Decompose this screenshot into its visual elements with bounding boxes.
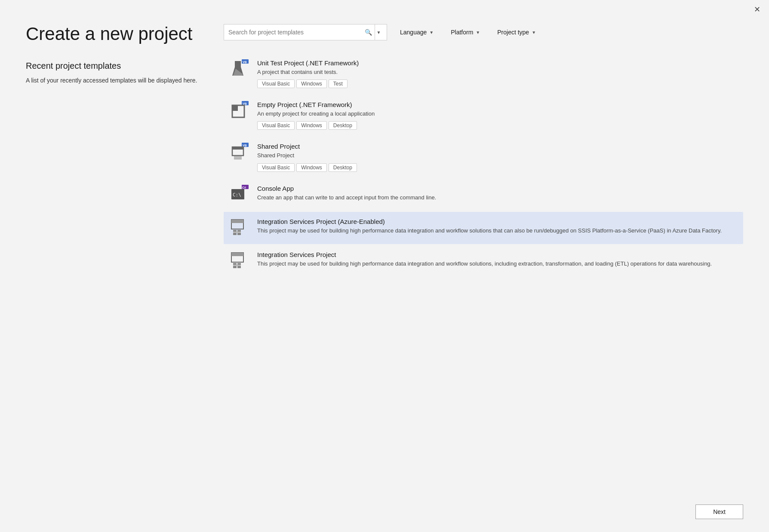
platform-arrow-icon: ▼: [476, 30, 480, 35]
svg-text:VB: VB: [243, 61, 247, 64]
template-tags: Visual Basic Windows Desktop: [257, 121, 736, 130]
tag: Visual Basic: [257, 121, 295, 130]
tag: Test: [329, 79, 348, 88]
svg-rect-12: [234, 156, 242, 158]
template-desc: This project may be used for building hi…: [257, 260, 736, 268]
language-filter-button[interactable]: Language ▼: [396, 26, 438, 38]
template-item-selected[interactable]: Integration Services Project (Azure-Enab…: [224, 212, 743, 244]
template-item[interactable]: VB Empty Project (.NET Framework) An emp…: [224, 95, 743, 136]
template-list: VB Unit Test Project (.NET Framework) A …: [224, 53, 743, 496]
template-icon-integration-services: [231, 251, 249, 270]
template-name: Integration Services Project: [257, 251, 736, 258]
recent-templates-desc: A list of your recently accessed templat…: [26, 76, 206, 85]
tag: Windows: [296, 163, 327, 172]
template-desc: Shared Project: [257, 152, 736, 159]
template-tags: Visual Basic Windows Desktop: [257, 163, 736, 172]
template-info: Shared Project Shared Project Visual Bas…: [257, 143, 736, 171]
template-name: Shared Project: [257, 143, 736, 150]
template-info: Integration Services Project This projec…: [257, 251, 736, 271]
template-item[interactable]: VB Unit Test Project (.NET Framework) A …: [224, 53, 743, 94]
language-arrow-icon: ▼: [429, 30, 434, 35]
template-name: Integration Services Project (Azure-Enab…: [257, 218, 736, 225]
window: ✕ Create a new project Recent project te…: [0, 0, 769, 532]
svg-text:C:\: C:\: [233, 192, 241, 198]
tag: Windows: [296, 79, 327, 88]
platform-filter-button[interactable]: Platform ▼: [446, 26, 484, 38]
template-name: Empty Project (.NET Framework): [257, 101, 736, 108]
template-icon-empty-project: VB: [231, 101, 249, 120]
search-box: 🔍 ▼: [224, 24, 387, 40]
template-icon-integration-azure: [231, 218, 249, 237]
search-icon[interactable]: 🔍: [365, 29, 372, 36]
tag: Visual Basic: [257, 79, 295, 88]
template-desc: This project may be used for building hi…: [257, 227, 736, 235]
tag: Desktop: [329, 163, 357, 172]
svg-text:C#: C#: [242, 186, 246, 189]
template-name: Unit Test Project (.NET Framework): [257, 59, 736, 67]
left-panel: Create a new project Recent project temp…: [26, 15, 224, 496]
svg-rect-19: [231, 220, 243, 223]
project-type-filter-button[interactable]: Project type ▼: [493, 26, 540, 38]
template-info: Unit Test Project (.NET Framework) A pro…: [257, 59, 736, 88]
svg-rect-24: [231, 253, 243, 256]
toolbar: 🔍 ▼ Language ▼ Platform ▼ Project type ▼: [224, 24, 743, 40]
template-info: Integration Services Project (Azure-Enab…: [257, 218, 736, 238]
template-icon-shared-project: VB: [231, 143, 249, 162]
template-icon-console-app: C# C:\: [231, 185, 249, 204]
template-item[interactable]: Integration Services Project This projec…: [224, 245, 743, 277]
svg-rect-11: [232, 147, 243, 150]
footer: Next: [0, 496, 769, 532]
tag: Desktop: [329, 121, 357, 130]
template-info: Console App Create an app that can write…: [257, 185, 736, 205]
template-name: Console App: [257, 185, 736, 192]
close-button[interactable]: ✕: [752, 4, 762, 15]
template-icon-unit-test: VB: [231, 59, 249, 78]
right-panel: 🔍 ▼ Language ▼ Platform ▼ Project type ▼: [224, 15, 743, 496]
svg-rect-13: [234, 158, 242, 159]
template-info: Empty Project (.NET Framework) An empty …: [257, 101, 736, 130]
svg-rect-27: [233, 265, 241, 266]
template-desc: Create an app that can write to and acce…: [257, 194, 736, 202]
title-bar: ✕: [0, 0, 769, 15]
tag: Windows: [296, 121, 327, 130]
template-tags: Visual Basic Windows Test: [257, 79, 736, 88]
template-desc: A project that contains unit tests.: [257, 68, 736, 76]
svg-rect-7: [232, 105, 238, 111]
svg-rect-22: [233, 232, 241, 233]
template-item[interactable]: C# C:\ Console App Create an app that ca…: [224, 179, 743, 211]
next-button[interactable]: Next: [695, 504, 743, 519]
template-item[interactable]: VB Shared Project Shared Project Visual …: [224, 137, 743, 177]
main-content: Create a new project Recent project temp…: [0, 15, 769, 496]
search-input[interactable]: [228, 29, 365, 36]
recent-templates-title: Recent project templates: [26, 61, 206, 71]
search-dropdown-arrow[interactable]: ▼: [375, 24, 382, 40]
page-title: Create a new project: [26, 24, 206, 44]
project-type-arrow-icon: ▼: [532, 30, 536, 35]
tag: Visual Basic: [257, 163, 295, 172]
template-desc: An empty project for creating a local ap…: [257, 110, 736, 118]
